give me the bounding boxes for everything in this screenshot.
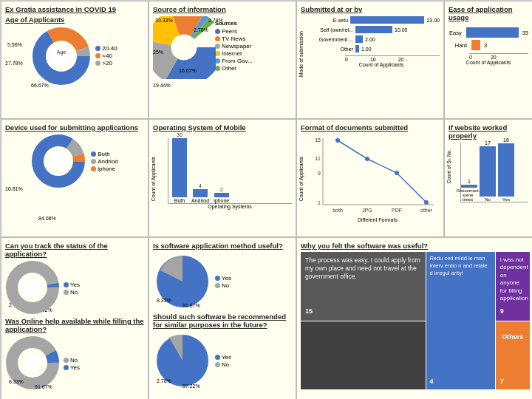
submitted-xaxis: 01020 (345, 55, 440, 62)
title-why: Why you felt the software was useful? (301, 242, 528, 250)
panel-device: Device used for submitting applications … (1, 119, 149, 237)
ease-xaxis: 020 (469, 53, 528, 60)
svg-text:JPG: JPG (362, 208, 372, 213)
svg-point-24 (424, 200, 429, 205)
src-pct4: 16.67% (179, 68, 197, 73)
os-bars: 30 Both 4 Andriod 2 iphone (168, 137, 292, 204)
src-pct6: 2.78% (208, 18, 223, 23)
svg-point-14 (50, 152, 67, 170)
svg-point-21 (335, 138, 340, 143)
dashboard: Ex Gratia assistance in COVID 19 Age of … (0, 0, 532, 399)
dev-pct1: 10.81% (5, 186, 23, 191)
panel-website: If website worked properly Count of Sr. … (444, 119, 532, 237)
title-age: Age of Applicants (5, 16, 144, 24)
donut-age: Age (32, 27, 91, 86)
method-legend: Yes No (215, 275, 231, 290)
website-ylabel: Count of Sr. No. (446, 149, 451, 183)
ease-xlabel: Count of Applicants (449, 60, 528, 65)
panel-method-recommend: Is software application method useful? Y… (149, 237, 296, 399)
panel-ease: Ease of application usage Easy 33 Hard 3… (444, 1, 532, 119)
format-xlabel: Different Formats (316, 217, 440, 222)
donut-device (31, 134, 86, 189)
panel-method: Is software application method useful? Y… (153, 242, 292, 308)
title-ease: Ease of application usage (449, 5, 528, 21)
panel-recommend: Should such software be recommended for … (153, 313, 292, 389)
track-legend: Yes No (64, 282, 80, 296)
format-ylabel: Count of Applicants (299, 157, 304, 201)
source-legend: Sources Peers TV News Newspaper Internet… (215, 20, 253, 72)
age-legend: 20-40 <40 >20 (95, 45, 117, 67)
submitted-bars: E-setu 23.00 Self (own/rel... 10.00 Gove… (313, 16, 440, 52)
src-pct1: 33.33% (155, 18, 173, 23)
device-legend: Both Andriod iphone (91, 151, 118, 173)
age-pct3: 66.67% (31, 83, 49, 88)
age-pct2: 27.78% (5, 61, 23, 66)
svg-point-3 (50, 45, 72, 67)
why-cell-5: Others 7 (496, 321, 530, 390)
submitted-xlabel: Count of Applicants (323, 62, 440, 67)
panel-age: Ex Gratia assistance in COVID 19 Age of … (1, 1, 149, 119)
src-pct5: 2.78% (194, 27, 208, 33)
src-pct3: 19.44% (153, 83, 171, 88)
website-bars: 1 Disconnect... some times 17 No 18 Yes (460, 143, 528, 202)
title-track: Can you track the status of the applicat… (5, 242, 144, 258)
format-linechart: 15 11 9 1 both JPG PDF other (316, 134, 440, 217)
panel-why: Why you felt the software was useful? Th… (296, 237, 532, 399)
title-recommend: Should such software be recommended for … (153, 313, 292, 329)
panel-os: Operating System of Mobile Count of Appl… (149, 119, 296, 237)
panel-online: Was Online help available while filling … (5, 317, 144, 389)
why-cell-1: The process was easy. I could apply from… (301, 252, 426, 321)
pie-source (153, 16, 212, 75)
panel-format: Format of documents submitted Count of A… (296, 119, 444, 237)
recommend-pct2: 97.22% (183, 383, 292, 389)
panel-track: Can you track the status of the applicat… (5, 242, 144, 313)
svg-point-34 (24, 354, 41, 372)
submitted-ylabel: Mode of submission (299, 31, 304, 77)
why-cell-3: Redu ced midd le man interv entio n and … (426, 252, 494, 389)
why-cell-2: I was not dependent on anyone for fillin… (496, 252, 530, 321)
svg-point-31 (24, 279, 41, 296)
age-pct1: 5.56% (7, 42, 22, 47)
title-online: Was Online help available while filling … (5, 317, 144, 333)
ease-bars: Easy 33 Hard 3 (449, 27, 528, 50)
svg-text:both: both (332, 208, 343, 213)
title-submitted: Submitted at or by (301, 5, 440, 13)
why-cell-4 (301, 321, 426, 390)
why-treemap: The process was easy. I could apply from… (301, 252, 528, 389)
svg-text:9: 9 (318, 171, 321, 176)
method-pct2: 91.67% (183, 303, 292, 308)
os-xlabel: Operating Systems (168, 204, 292, 209)
svg-text:15: 15 (316, 137, 321, 143)
svg-text:1: 1 (318, 200, 321, 205)
title-format: Format of documents submitted (301, 123, 440, 132)
recommend-legend: Yes No (215, 354, 231, 369)
title-main: Ex Gratia assistance in COVID 19 (5, 5, 144, 13)
title-website: If website worked properly (449, 123, 528, 140)
title-method: Is software application method useful? (153, 242, 292, 250)
panel-source: Source of information Sources Peers TV N… (149, 1, 296, 119)
panel-track-online: Can you track the status of the applicat… (1, 237, 149, 399)
online-legend: No Yes (64, 357, 80, 372)
src-pct2: 25% (153, 50, 163, 55)
svg-point-23 (395, 171, 399, 175)
svg-text:PDF: PDF (392, 208, 402, 213)
donut-track (5, 260, 61, 317)
os-ylabel: Count of Applicants (151, 157, 156, 201)
title-source: Source of information (153, 5, 292, 13)
panel-submitted: Submitted at or by Mode of submission E-… (296, 1, 444, 119)
svg-point-22 (365, 157, 369, 161)
online-pct2: 91.67% (35, 384, 144, 389)
svg-text:other: other (420, 208, 433, 213)
svg-text:11: 11 (316, 156, 321, 161)
dev-pct2: 84.08% (38, 216, 56, 221)
title-device: Device used for submitting applications (5, 123, 144, 132)
title-os: Operating System of Mobile (153, 123, 292, 132)
svg-text:Age: Age (57, 50, 66, 55)
